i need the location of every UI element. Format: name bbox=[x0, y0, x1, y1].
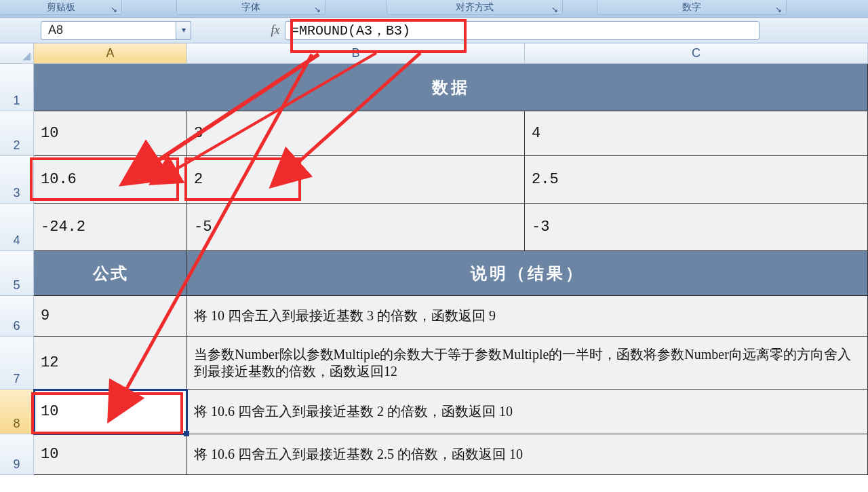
row-header-5-label: 5 bbox=[13, 278, 20, 292]
row-header-6-label: 6 bbox=[13, 319, 20, 333]
name-box[interactable]: A8 bbox=[41, 21, 176, 40]
cell-B9-merged[interactable]: 将 10.6 四舍五入到最接近基数 2.5 的倍数，函数返回 10 bbox=[187, 434, 868, 475]
cell-B4[interactable]: -5 bbox=[187, 204, 525, 251]
insert-function-button[interactable]: fx bbox=[266, 21, 285, 40]
cell-B3[interactable]: 2 bbox=[187, 156, 525, 204]
cell-A8-selected[interactable]: 10 bbox=[34, 390, 187, 434]
header-formula-label: 公式 bbox=[93, 263, 128, 284]
cell-B7-merged[interactable]: 当参数Number除以参数Multiple的余数大于等于参数Multiple的一… bbox=[187, 337, 868, 390]
row-header-4[interactable]: 4 bbox=[0, 204, 34, 251]
cell-B8-merged[interactable]: 将 10.6 四舍五入到最接近基数 2 的倍数，函数返回 10 bbox=[187, 390, 868, 434]
column-header-A-label: A bbox=[106, 46, 114, 60]
cell-C3-value: 2.5 bbox=[532, 171, 559, 188]
row-headers: 1 2 3 4 5 6 7 8 9 bbox=[0, 64, 34, 475]
cell-C2[interactable]: 4 bbox=[525, 111, 868, 156]
select-all-corner[interactable] bbox=[0, 43, 34, 64]
row-header-4-label: 4 bbox=[13, 233, 20, 248]
cell-A2[interactable]: 10 bbox=[34, 111, 187, 156]
dialog-launcher-icon[interactable]: ↘ bbox=[111, 5, 119, 13]
cell-A7[interactable]: 12 bbox=[34, 337, 187, 390]
cell-A7-value: 12 bbox=[41, 354, 58, 371]
row-header-1[interactable]: 1 bbox=[0, 64, 34, 111]
header-data-label: 数据 bbox=[432, 77, 470, 98]
row-header-3-label: 3 bbox=[13, 186, 20, 200]
cell-B6-merged[interactable]: 将 10 四舍五入到最接近基数 3 的倍数，函数返回 9 bbox=[187, 296, 868, 337]
header-desc-label: 说明（结果） bbox=[471, 263, 585, 284]
cell-B3-value: 2 bbox=[194, 171, 203, 188]
cell-C4[interactable]: -3 bbox=[525, 204, 868, 251]
ribbon-group-labels: 剪贴板 ↘ 字体 ↘ 对齐方式 ↘ 数字 ↘ bbox=[0, 0, 868, 18]
ribbon-group-clipboard: 剪贴板 ↘ bbox=[0, 0, 122, 15]
cell-B6-value: 将 10 四舍五入到最接近基数 3 的倍数，函数返回 9 bbox=[194, 307, 496, 324]
cell-A2-value: 10 bbox=[41, 125, 58, 142]
ribbon-group-clipboard-label: 剪贴板 bbox=[47, 1, 75, 14]
column-header-A[interactable]: A bbox=[34, 43, 187, 64]
fx-icon: fx bbox=[271, 23, 280, 37]
ribbon-group-font: 字体 ↘ bbox=[176, 0, 326, 15]
formula-bar-value: =MROUND(A3，B3) bbox=[291, 21, 410, 39]
cell-A9[interactable]: 10 bbox=[34, 434, 187, 475]
cell-A3[interactable]: 10.6 bbox=[34, 156, 187, 204]
cell-B9-value: 将 10.6 四舍五入到最接近基数 2.5 的倍数，函数返回 10 bbox=[194, 446, 523, 463]
row-header-7-label: 7 bbox=[13, 372, 20, 386]
cell-B5-merged-header-desc[interactable]: 说明（结果） bbox=[187, 251, 868, 296]
dialog-launcher-icon[interactable]: ↘ bbox=[314, 5, 322, 13]
row-header-7[interactable]: 7 bbox=[0, 337, 34, 390]
cell-C2-value: 4 bbox=[532, 125, 540, 142]
row-header-1-label: 1 bbox=[13, 94, 20, 108]
cell-B7-value: 当参数Number除以参数Multiple的余数大于等于参数Multiple的一… bbox=[194, 346, 861, 380]
name-box-dropdown[interactable]: ▾ bbox=[176, 21, 191, 40]
cell-C4-value: -3 bbox=[532, 219, 549, 235]
column-header-C[interactable]: C bbox=[525, 43, 868, 64]
row-header-2-label: 2 bbox=[13, 138, 20, 153]
row-header-2[interactable]: 2 bbox=[0, 111, 34, 156]
dialog-launcher-icon[interactable]: ↘ bbox=[551, 5, 559, 13]
formula-bar-input[interactable]: =MROUND(A3，B3) bbox=[285, 21, 760, 40]
row-header-8-label: 8 bbox=[13, 417, 20, 431]
column-header-B[interactable]: B bbox=[187, 43, 525, 64]
cell-B4-value: -5 bbox=[194, 219, 212, 235]
cell-A1-merged-header[interactable]: 数据 bbox=[34, 64, 868, 111]
ribbon-group-alignment-label: 对齐方式 bbox=[456, 1, 494, 14]
cell-B2-value: 3 bbox=[194, 125, 203, 142]
cell-A4-value: -24.2 bbox=[41, 219, 85, 235]
row-header-8[interactable]: 8 bbox=[0, 390, 34, 434]
ribbon-group-alignment: 对齐方式 ↘ bbox=[387, 0, 563, 15]
row-header-6[interactable]: 6 bbox=[0, 296, 34, 337]
cell-A4[interactable]: -24.2 bbox=[34, 204, 187, 251]
cell-A8-value: 10 bbox=[41, 403, 58, 420]
row-header-9-label: 9 bbox=[13, 457, 20, 472]
cell-A3-value: 10.6 bbox=[41, 171, 77, 188]
column-headers: A B C bbox=[34, 43, 868, 64]
column-header-C-label: C bbox=[692, 46, 701, 60]
ribbon-group-font-label: 字体 bbox=[241, 1, 260, 14]
column-header-B-label: B bbox=[351, 46, 359, 60]
cells-container: 数据 10 3 4 10.6 2 2.5 -24.2 -5 -3 公式 说明（结… bbox=[34, 64, 868, 475]
worksheet-grid[interactable]: A B C 1 2 3 4 5 6 7 8 9 数据 10 3 4 10.6 2… bbox=[0, 43, 868, 492]
cell-A5-header-formula[interactable]: 公式 bbox=[34, 251, 187, 296]
cell-B2[interactable]: 3 bbox=[187, 111, 525, 156]
cell-C3[interactable]: 2.5 bbox=[525, 156, 868, 204]
cell-A6[interactable]: 9 bbox=[34, 296, 187, 337]
formula-bar-row: A8 ▾ fx =MROUND(A3，B3) bbox=[0, 18, 868, 43]
cell-A6-value: 9 bbox=[41, 307, 50, 324]
cell-B8-value: 将 10.6 四舍五入到最接近基数 2 的倍数，函数返回 10 bbox=[194, 403, 513, 420]
ribbon-group-number-label: 数字 bbox=[682, 1, 701, 14]
name-box-value: A8 bbox=[48, 23, 63, 37]
chevron-down-icon: ▾ bbox=[182, 25, 186, 35]
row-header-9[interactable]: 9 bbox=[0, 434, 34, 475]
dialog-launcher-icon[interactable]: ↘ bbox=[775, 5, 783, 13]
row-header-5[interactable]: 5 bbox=[0, 251, 34, 296]
cell-A9-value: 10 bbox=[41, 446, 58, 463]
row-header-3[interactable]: 3 bbox=[0, 156, 34, 204]
ribbon-group-number: 数字 ↘ bbox=[597, 0, 787, 15]
